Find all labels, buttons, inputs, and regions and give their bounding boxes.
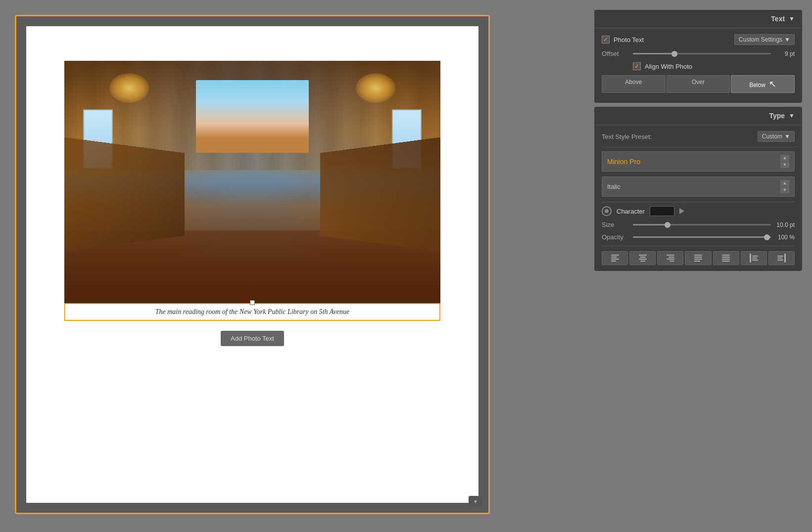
photo-caption-box[interactable]: The main reading room of the New York Pu… <box>64 303 440 321</box>
type-panel-title: Type <box>602 112 785 120</box>
tables-right <box>320 135 440 253</box>
right-panels: Text ▼ ✓ Photo Text Custom Settings ▼ Of… <box>594 10 802 271</box>
color-arrow[interactable] <box>679 208 684 214</box>
type-divider-2 <box>602 202 795 202</box>
photo-image <box>64 61 440 303</box>
font-style-label: Italic <box>607 183 621 190</box>
column-left-icon <box>750 254 758 263</box>
custom-settings-label: Custom Settings <box>739 36 782 43</box>
tables-left <box>64 135 185 253</box>
position-buttons: Above Over Below ↖ <box>602 75 795 93</box>
size-label: Size <box>602 221 629 228</box>
text-panel-header: Text ▼ <box>594 10 802 28</box>
justify-button[interactable] <box>685 251 711 265</box>
alignment-row <box>602 251 795 265</box>
sky-window <box>196 80 309 153</box>
type-panel: Type ▼ Text Style Preset: Custom ▼ Minio… <box>594 107 802 271</box>
align-left-icon <box>611 255 619 262</box>
character-row: Character <box>602 206 795 216</box>
align-left-button[interactable] <box>602 251 628 265</box>
type-divider-1 <box>602 147 795 147</box>
font-style-dropdown[interactable]: Italic ▲ ▼ <box>602 177 795 197</box>
add-photo-text-button[interactable]: Add Photo Text <box>221 331 284 346</box>
expand-icon: ▼ <box>473 499 478 504</box>
align-right-button[interactable] <box>657 251 683 265</box>
type-panel-arrow: ▼ <box>789 112 795 119</box>
chandelier-left <box>109 73 149 103</box>
type-divider-3 <box>602 246 795 246</box>
chandelier-right <box>356 73 395 103</box>
font-style-row: Italic ▲ ▼ <box>602 177 795 197</box>
column-left-button[interactable] <box>741 251 767 265</box>
justify-icon <box>694 255 702 262</box>
justify-all-button[interactable] <box>713 251 739 265</box>
offset-slider[interactable] <box>633 53 771 54</box>
custom-preset-arrow: ▼ <box>784 133 790 140</box>
expand-button[interactable]: ▼ <box>469 496 482 507</box>
over-button[interactable]: Over <box>667 75 730 93</box>
align-with-photo-label: Align With Photo <box>645 63 692 70</box>
cursor-icon: ↖ <box>769 79 776 89</box>
above-button[interactable]: Above <box>602 75 666 93</box>
column-right-icon <box>777 254 786 263</box>
opacity-label: Opacity <box>602 233 629 241</box>
size-slider[interactable] <box>633 224 771 225</box>
character-circle-icon[interactable] <box>602 206 612 216</box>
font-style-down[interactable]: ▼ <box>780 187 789 193</box>
font-name-up[interactable]: ▲ <box>780 155 789 161</box>
type-panel-header: Type ▼ <box>594 107 802 125</box>
align-with-photo-checkbox[interactable]: ✓ <box>633 62 641 70</box>
photo-container: The main reading room of the New York Pu… <box>64 61 440 321</box>
custom-settings-dropdown[interactable]: Custom Settings ▼ <box>734 34 795 45</box>
font-name-row: Minion Pro ▲ ▼ <box>602 151 795 172</box>
type-panel-body: Text Style Preset: Custom ▼ Minion Pro ▲… <box>594 125 802 271</box>
color-swatch[interactable] <box>650 206 674 216</box>
character-label: Character <box>617 208 645 215</box>
justify-all-icon <box>722 255 730 262</box>
offset-row: Offset 9 pt <box>602 50 795 57</box>
font-name-down[interactable]: ▼ <box>780 162 789 168</box>
font-style-stepper[interactable]: ▲ ▼ <box>780 180 789 193</box>
main-canvas: The main reading room of the New York Pu… <box>15 15 490 514</box>
font-style-up[interactable]: ▲ <box>780 180 789 186</box>
font-name-dropdown[interactable]: Minion Pro ▲ ▼ <box>602 151 795 172</box>
size-value: 10.0 pt <box>775 222 795 228</box>
text-style-preset-row: Text Style Preset: Custom ▼ <box>602 131 795 142</box>
text-panel-arrow: ▼ <box>789 15 795 22</box>
photo-text-label: Photo Text <box>614 36 644 44</box>
align-with-photo-row: ✓ Align With Photo <box>602 62 795 70</box>
canvas-inner: The main reading room of the New York Pu… <box>26 26 478 503</box>
align-center-icon <box>639 255 647 262</box>
column-right-button[interactable] <box>768 251 795 265</box>
offset-label: Offset <box>602 50 629 57</box>
below-button[interactable]: Below ↖ <box>731 75 795 93</box>
align-right-icon <box>667 255 674 262</box>
align-center-button[interactable] <box>629 251 656 265</box>
font-name-label: Minion Pro <box>607 158 640 166</box>
custom-preset-dropdown[interactable]: Custom ▼ <box>758 131 795 142</box>
text-panel-body: ✓ Photo Text Custom Settings ▼ Offset 9 … <box>594 28 802 103</box>
font-name-stepper[interactable]: ▲ ▼ <box>780 155 789 168</box>
offset-value: 9 pt <box>775 50 795 57</box>
size-row: Size 10.0 pt <box>602 221 795 228</box>
opacity-value: 100 % <box>775 234 795 241</box>
text-style-preset-label: Text Style Preset: <box>602 133 652 140</box>
text-panel-title: Text <box>602 15 785 23</box>
caption-area: The main reading room of the New York Pu… <box>64 303 440 321</box>
opacity-slider[interactable] <box>633 236 771 238</box>
custom-preset-label: Custom <box>762 133 782 140</box>
caption-text: The main reading room of the New York Pu… <box>155 308 350 315</box>
photo-text-checkbox[interactable]: ✓ <box>602 36 610 44</box>
custom-settings-arrow: ▼ <box>784 36 790 43</box>
photo-text-row: ✓ Photo Text Custom Settings ▼ <box>602 34 795 45</box>
text-panel: Text ▼ ✓ Photo Text Custom Settings ▼ Of… <box>594 10 802 103</box>
opacity-row: Opacity 100 % <box>602 233 795 241</box>
caption-handle[interactable] <box>250 300 255 305</box>
